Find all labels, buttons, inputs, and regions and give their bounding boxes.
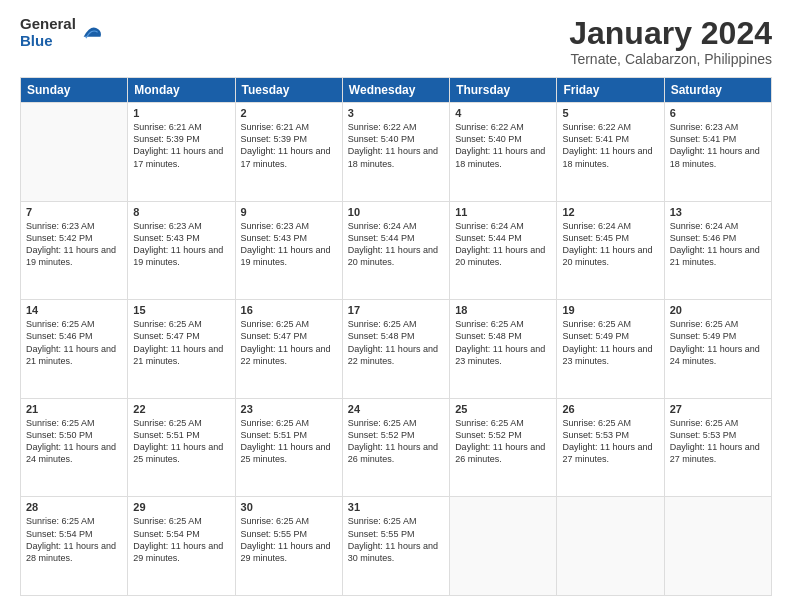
- header-thursday: Thursday: [450, 78, 557, 103]
- day-number: 23: [241, 403, 337, 415]
- day-number: 5: [562, 107, 658, 119]
- calendar-subtitle: Ternate, Calabarzon, Philippines: [569, 51, 772, 67]
- day-info: Sunrise: 6:25 AMSunset: 5:52 PMDaylight:…: [348, 417, 444, 466]
- day-number: 18: [455, 304, 551, 316]
- day-cell-4-5: [557, 497, 664, 596]
- day-cell-2-6: 20Sunrise: 6:25 AMSunset: 5:49 PMDayligh…: [664, 300, 771, 399]
- day-cell-0-3: 3Sunrise: 6:22 AMSunset: 5:40 PMDaylight…: [342, 103, 449, 202]
- day-number: 2: [241, 107, 337, 119]
- day-info: Sunrise: 6:21 AMSunset: 5:39 PMDaylight:…: [133, 121, 229, 170]
- calendar-table: Sunday Monday Tuesday Wednesday Thursday…: [20, 77, 772, 596]
- day-cell-4-0: 28Sunrise: 6:25 AMSunset: 5:54 PMDayligh…: [21, 497, 128, 596]
- logo-blue: Blue: [20, 33, 76, 50]
- day-number: 13: [670, 206, 766, 218]
- day-cell-1-6: 13Sunrise: 6:24 AMSunset: 5:46 PMDayligh…: [664, 201, 771, 300]
- day-cell-0-0: [21, 103, 128, 202]
- day-number: 11: [455, 206, 551, 218]
- day-cell-3-2: 23Sunrise: 6:25 AMSunset: 5:51 PMDayligh…: [235, 398, 342, 497]
- day-info: Sunrise: 6:23 AMSunset: 5:42 PMDaylight:…: [26, 220, 122, 269]
- header-wednesday: Wednesday: [342, 78, 449, 103]
- day-info: Sunrise: 6:25 AMSunset: 5:48 PMDaylight:…: [455, 318, 551, 367]
- day-cell-0-5: 5Sunrise: 6:22 AMSunset: 5:41 PMDaylight…: [557, 103, 664, 202]
- day-info: Sunrise: 6:24 AMSunset: 5:45 PMDaylight:…: [562, 220, 658, 269]
- day-info: Sunrise: 6:22 AMSunset: 5:40 PMDaylight:…: [348, 121, 444, 170]
- day-number: 27: [670, 403, 766, 415]
- day-info: Sunrise: 6:25 AMSunset: 5:53 PMDaylight:…: [562, 417, 658, 466]
- day-number: 28: [26, 501, 122, 513]
- day-info: Sunrise: 6:25 AMSunset: 5:47 PMDaylight:…: [241, 318, 337, 367]
- header-friday: Friday: [557, 78, 664, 103]
- logo-general: General: [20, 16, 76, 33]
- day-cell-1-4: 11Sunrise: 6:24 AMSunset: 5:44 PMDayligh…: [450, 201, 557, 300]
- day-info: Sunrise: 6:24 AMSunset: 5:46 PMDaylight:…: [670, 220, 766, 269]
- day-cell-1-5: 12Sunrise: 6:24 AMSunset: 5:45 PMDayligh…: [557, 201, 664, 300]
- header-tuesday: Tuesday: [235, 78, 342, 103]
- week-row-1: 1Sunrise: 6:21 AMSunset: 5:39 PMDaylight…: [21, 103, 772, 202]
- day-number: 20: [670, 304, 766, 316]
- day-info: Sunrise: 6:24 AMSunset: 5:44 PMDaylight:…: [455, 220, 551, 269]
- day-info: Sunrise: 6:25 AMSunset: 5:48 PMDaylight:…: [348, 318, 444, 367]
- day-cell-1-2: 9Sunrise: 6:23 AMSunset: 5:43 PMDaylight…: [235, 201, 342, 300]
- day-info: Sunrise: 6:22 AMSunset: 5:41 PMDaylight:…: [562, 121, 658, 170]
- day-number: 10: [348, 206, 444, 218]
- day-cell-1-1: 8Sunrise: 6:23 AMSunset: 5:43 PMDaylight…: [128, 201, 235, 300]
- logo-icon: [80, 22, 102, 44]
- day-cell-4-2: 30Sunrise: 6:25 AMSunset: 5:55 PMDayligh…: [235, 497, 342, 596]
- day-cell-2-5: 19Sunrise: 6:25 AMSunset: 5:49 PMDayligh…: [557, 300, 664, 399]
- title-block: January 2024 Ternate, Calabarzon, Philip…: [569, 16, 772, 67]
- day-info: Sunrise: 6:25 AMSunset: 5:49 PMDaylight:…: [670, 318, 766, 367]
- days-header-row: Sunday Monday Tuesday Wednesday Thursday…: [21, 78, 772, 103]
- day-cell-2-2: 16Sunrise: 6:25 AMSunset: 5:47 PMDayligh…: [235, 300, 342, 399]
- day-cell-2-0: 14Sunrise: 6:25 AMSunset: 5:46 PMDayligh…: [21, 300, 128, 399]
- day-cell-2-1: 15Sunrise: 6:25 AMSunset: 5:47 PMDayligh…: [128, 300, 235, 399]
- day-number: 29: [133, 501, 229, 513]
- header-saturday: Saturday: [664, 78, 771, 103]
- day-cell-3-0: 21Sunrise: 6:25 AMSunset: 5:50 PMDayligh…: [21, 398, 128, 497]
- day-cell-3-1: 22Sunrise: 6:25 AMSunset: 5:51 PMDayligh…: [128, 398, 235, 497]
- day-number: 22: [133, 403, 229, 415]
- day-number: 1: [133, 107, 229, 119]
- day-cell-4-4: [450, 497, 557, 596]
- day-cell-4-1: 29Sunrise: 6:25 AMSunset: 5:54 PMDayligh…: [128, 497, 235, 596]
- calendar-title: January 2024: [569, 16, 772, 51]
- day-info: Sunrise: 6:25 AMSunset: 5:47 PMDaylight:…: [133, 318, 229, 367]
- day-number: 17: [348, 304, 444, 316]
- day-info: Sunrise: 6:22 AMSunset: 5:40 PMDaylight:…: [455, 121, 551, 170]
- day-info: Sunrise: 6:25 AMSunset: 5:50 PMDaylight:…: [26, 417, 122, 466]
- day-number: 12: [562, 206, 658, 218]
- logo-text: General Blue: [20, 16, 76, 49]
- day-number: 16: [241, 304, 337, 316]
- day-info: Sunrise: 6:23 AMSunset: 5:41 PMDaylight:…: [670, 121, 766, 170]
- day-info: Sunrise: 6:25 AMSunset: 5:55 PMDaylight:…: [241, 515, 337, 564]
- day-cell-2-3: 17Sunrise: 6:25 AMSunset: 5:48 PMDayligh…: [342, 300, 449, 399]
- day-number: 30: [241, 501, 337, 513]
- day-cell-3-5: 26Sunrise: 6:25 AMSunset: 5:53 PMDayligh…: [557, 398, 664, 497]
- day-cell-1-3: 10Sunrise: 6:24 AMSunset: 5:44 PMDayligh…: [342, 201, 449, 300]
- day-number: 7: [26, 206, 122, 218]
- day-number: 24: [348, 403, 444, 415]
- day-cell-0-4: 4Sunrise: 6:22 AMSunset: 5:40 PMDaylight…: [450, 103, 557, 202]
- week-row-2: 7Sunrise: 6:23 AMSunset: 5:42 PMDaylight…: [21, 201, 772, 300]
- day-info: Sunrise: 6:23 AMSunset: 5:43 PMDaylight:…: [133, 220, 229, 269]
- day-number: 14: [26, 304, 122, 316]
- day-number: 3: [348, 107, 444, 119]
- day-number: 21: [26, 403, 122, 415]
- day-info: Sunrise: 6:25 AMSunset: 5:46 PMDaylight:…: [26, 318, 122, 367]
- day-cell-3-3: 24Sunrise: 6:25 AMSunset: 5:52 PMDayligh…: [342, 398, 449, 497]
- day-cell-0-6: 6Sunrise: 6:23 AMSunset: 5:41 PMDaylight…: [664, 103, 771, 202]
- day-info: Sunrise: 6:25 AMSunset: 5:52 PMDaylight:…: [455, 417, 551, 466]
- day-info: Sunrise: 6:25 AMSunset: 5:54 PMDaylight:…: [26, 515, 122, 564]
- header-sunday: Sunday: [21, 78, 128, 103]
- header-monday: Monday: [128, 78, 235, 103]
- day-info: Sunrise: 6:23 AMSunset: 5:43 PMDaylight:…: [241, 220, 337, 269]
- day-number: 25: [455, 403, 551, 415]
- day-number: 6: [670, 107, 766, 119]
- day-number: 31: [348, 501, 444, 513]
- week-row-4: 21Sunrise: 6:25 AMSunset: 5:50 PMDayligh…: [21, 398, 772, 497]
- page: General Blue January 2024 Ternate, Calab…: [0, 0, 792, 612]
- day-cell-0-1: 1Sunrise: 6:21 AMSunset: 5:39 PMDaylight…: [128, 103, 235, 202]
- day-number: 19: [562, 304, 658, 316]
- day-info: Sunrise: 6:25 AMSunset: 5:51 PMDaylight:…: [241, 417, 337, 466]
- header: General Blue January 2024 Ternate, Calab…: [20, 16, 772, 67]
- day-info: Sunrise: 6:21 AMSunset: 5:39 PMDaylight:…: [241, 121, 337, 170]
